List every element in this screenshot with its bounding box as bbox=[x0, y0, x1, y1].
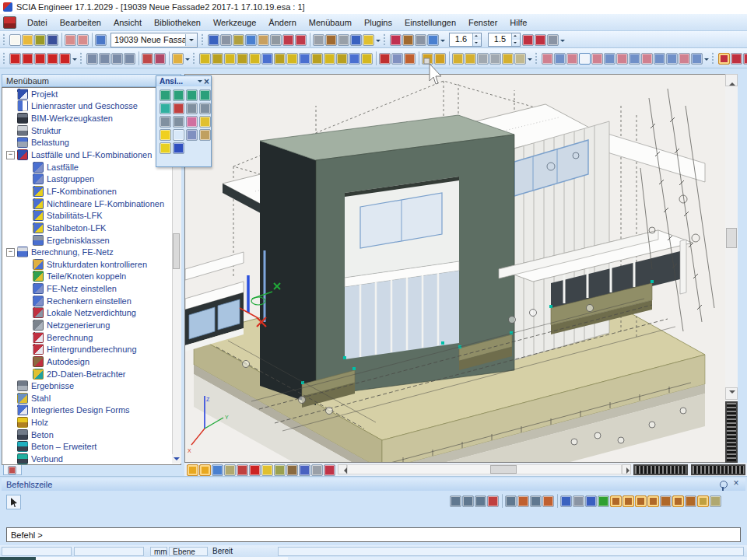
tree-item[interactable]: − Lokale Netzverdichtung bbox=[2, 307, 181, 320]
show-supports-icon[interactable] bbox=[237, 464, 248, 476]
menu-item[interactable]: Ansicht bbox=[107, 16, 148, 30]
member-combine-icon[interactable] bbox=[311, 53, 323, 65]
calculation-setup-icon[interactable] bbox=[282, 34, 294, 46]
marker-icon[interactable] bbox=[404, 53, 416, 65]
view-params-icon[interactable] bbox=[299, 464, 310, 476]
view-perspective-icon[interactable] bbox=[160, 103, 171, 114]
print-icon[interactable] bbox=[313, 34, 324, 46]
dot-grid-settings-icon[interactable] bbox=[415, 34, 426, 46]
snap-direction-icon[interactable] bbox=[517, 495, 529, 507]
tree-item[interactable]: − Linienraster und Geschosse bbox=[2, 100, 181, 113]
visibility-icon[interactable] bbox=[142, 53, 153, 65]
rotate-view-horizontal-bar-2[interactable] bbox=[691, 464, 745, 475]
member-wall-icon[interactable] bbox=[237, 53, 248, 65]
expander-icon[interactable]: − bbox=[6, 151, 15, 159]
tree-scrollbar-thumb[interactable] bbox=[173, 233, 180, 269]
load-panel-13-icon[interactable] bbox=[691, 53, 703, 65]
save-all-icon[interactable] bbox=[34, 34, 46, 46]
draw-polygon-icon[interactable] bbox=[34, 53, 46, 65]
dot-grid-icon[interactable] bbox=[573, 495, 584, 507]
calculator-icon[interactable] bbox=[338, 34, 349, 46]
snap-peak-icon[interactable] bbox=[505, 495, 517, 507]
zoom-document-icon[interactable] bbox=[402, 34, 414, 46]
import-folder-icon[interactable] bbox=[172, 53, 184, 65]
load-scale-icon[interactable] bbox=[522, 34, 534, 46]
snap-triangle-icon[interactable] bbox=[530, 495, 542, 507]
redo-icon[interactable] bbox=[77, 34, 89, 46]
scroll-down-icon[interactable] bbox=[725, 387, 738, 400]
snap-delete-icon[interactable] bbox=[487, 495, 499, 507]
tree-item[interactable]: − Ergebnisklassen bbox=[2, 234, 181, 247]
menu-item[interactable]: Hilfe bbox=[503, 16, 533, 30]
support-line-icon[interactable] bbox=[502, 53, 514, 65]
menu-item[interactable]: Datei bbox=[21, 16, 54, 30]
scroll-up-icon[interactable] bbox=[725, 74, 738, 86]
clipboard-view-icon[interactable] bbox=[160, 142, 171, 154]
tree-item[interactable]: − Teile/Knoten koppeln bbox=[2, 271, 181, 283]
draw-circle-icon[interactable] bbox=[47, 53, 58, 65]
menu-item[interactable]: Einstellungen bbox=[398, 16, 462, 30]
snap-line-icon[interactable] bbox=[450, 495, 461, 507]
render-solid-icon[interactable] bbox=[199, 464, 211, 476]
tree-item[interactable]: − 2D-Daten-Betrachter bbox=[2, 368, 181, 380]
spinner-down-icon[interactable] bbox=[473, 40, 481, 46]
tree-item[interactable]: − Struktur bbox=[2, 124, 181, 137]
command-input[interactable]: Befehl > bbox=[6, 527, 741, 542]
zoom-window-icon[interactable] bbox=[160, 116, 171, 128]
render-wireframe-icon[interactable] bbox=[187, 464, 198, 476]
support-surface-icon[interactable] bbox=[465, 53, 476, 65]
menu-tree-tab[interactable] bbox=[3, 465, 22, 475]
spinner-up-icon[interactable] bbox=[512, 33, 520, 40]
menu-item[interactable]: Bibliotheken bbox=[148, 16, 207, 30]
load-panel-8-icon[interactable] bbox=[629, 53, 640, 65]
spinner-down-icon[interactable] bbox=[512, 40, 520, 46]
snap-circle-icon[interactable] bbox=[475, 495, 486, 507]
snap-tangent-icon[interactable] bbox=[660, 495, 672, 507]
tree-item[interactable]: − Beton – Erweitert bbox=[2, 441, 181, 453]
subsoil-icon[interactable] bbox=[514, 53, 526, 65]
document-icon[interactable] bbox=[350, 34, 362, 46]
redraw-icon[interactable] bbox=[173, 142, 184, 154]
selection-cursor-button[interactable] bbox=[6, 495, 21, 509]
model-viewport[interactable]: Z Y X bbox=[184, 74, 725, 463]
load-panel-12-icon[interactable] bbox=[679, 53, 690, 65]
tree-scroll-down-icon[interactable] bbox=[172, 454, 181, 464]
snap-x-icon[interactable] bbox=[598, 495, 609, 507]
view-z-icon[interactable] bbox=[186, 89, 198, 101]
save-icon[interactable] bbox=[47, 34, 58, 46]
scroll-left-icon[interactable] bbox=[338, 464, 347, 474]
spinner-up-icon[interactable] bbox=[473, 33, 481, 40]
select-chain-icon[interactable] bbox=[391, 53, 403, 65]
toolbar-overflow-icon[interactable] bbox=[440, 34, 447, 47]
display-scale-icon[interactable] bbox=[535, 34, 546, 46]
member-opening-icon[interactable] bbox=[249, 53, 261, 65]
tree-item[interactable]: − Netzgenerierung bbox=[2, 319, 181, 331]
toolbar-overflow-icon[interactable] bbox=[559, 34, 566, 47]
member-plate-icon[interactable] bbox=[224, 53, 236, 65]
connect-members-icon[interactable] bbox=[379, 53, 391, 65]
load-panel-5-icon[interactable] bbox=[591, 53, 603, 65]
tree-item[interactable]: − Ergebnisse bbox=[2, 380, 181, 392]
member-join-icon[interactable] bbox=[299, 53, 310, 65]
layers-icon[interactable] bbox=[220, 34, 232, 46]
member-rib-icon[interactable] bbox=[261, 53, 273, 65]
load-panel-9-icon[interactable] bbox=[641, 53, 653, 65]
member-cut-icon[interactable] bbox=[286, 53, 298, 65]
fly-mode-icon[interactable] bbox=[154, 53, 166, 65]
tree-item[interactable]: − Lastfälle bbox=[2, 161, 181, 173]
show-loads-icon[interactable] bbox=[286, 464, 298, 476]
reinforcement-3-icon[interactable] bbox=[743, 53, 747, 65]
menu-item[interactable]: Plugins bbox=[358, 16, 398, 30]
snap-midpoint-icon[interactable] bbox=[622, 495, 634, 507]
member-column-icon[interactable] bbox=[212, 53, 223, 65]
snap-node-icon[interactable] bbox=[647, 495, 659, 507]
tree-item[interactable]: − BIM-Werkzeugkasten bbox=[2, 112, 181, 124]
activity-xy-icon[interactable] bbox=[245, 34, 257, 46]
light-icon[interactable] bbox=[160, 129, 171, 141]
tree-item[interactable]: − Stabilitäts-LFK bbox=[2, 209, 181, 222]
draw-offset-icon[interactable] bbox=[22, 53, 33, 65]
status-units[interactable]: mm bbox=[150, 547, 167, 556]
tree-item[interactable]: − Strukturdaten kontrollieren bbox=[2, 258, 181, 271]
print-view-icon[interactable] bbox=[199, 116, 211, 128]
document-system-icon[interactable] bbox=[3, 16, 16, 29]
